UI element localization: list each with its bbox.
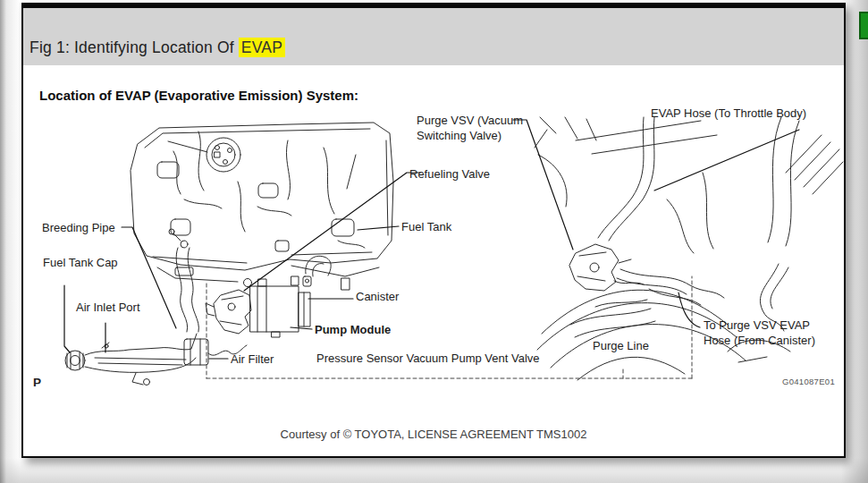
page: { "header": { "title_prefix": "Fig 1: Id… — [0, 0, 868, 483]
label-pressure-sensor: Pressure Sensor Vacuum Pump Vent Valve — [316, 352, 540, 367]
tank-mount-holes — [157, 162, 354, 251]
figure-title: Fig 1: Identifying Location Of EVAP — [29, 38, 285, 57]
label-air-filter: Air Filter — [231, 352, 274, 368]
document-frame: Fig 1: Identifying Location Of EVAP — [21, 3, 846, 458]
figure-title-band: Fig 1: Identifying Location Of EVAP — [23, 8, 844, 65]
tank-contour-lines — [157, 131, 379, 290]
figure-title-highlight: EVAP — [239, 38, 285, 57]
label-to-purge-vsv: To Purge VSV EVAP Hose (From Canister) — [704, 318, 838, 349]
pump-module-shape — [206, 290, 251, 334]
label-purge-line: Purge Line — [593, 339, 649, 354]
fuel-filler-assembly — [65, 334, 197, 386]
label-canister: Canister — [356, 290, 399, 305]
green-tab-button[interactable] — [859, 12, 868, 39]
fuel-tank-outline — [131, 123, 393, 270]
label-air-inlet-port: Air Inlet Port — [76, 301, 140, 316]
figure-title-text: Fig 1: Identifying Location Of — [29, 38, 239, 56]
label-evap-hose: EVAP Hose (To Throttle Body) — [651, 106, 806, 122]
label-fuel-tank: Fuel Tank — [401, 220, 451, 235]
label-purge-vsv: Purge VSV (Vacuum Switching Valve) — [417, 114, 527, 144]
leader-lines — [64, 120, 799, 359]
courtesy-line: Courtesy of © TOYOTA, LICENSE AGREEMENT … — [23, 428, 844, 441]
label-pump-module: Pump Module — [315, 323, 391, 338]
page-marker: P — [33, 376, 41, 389]
label-breeding-pipe: Breeding Pipe — [42, 221, 115, 236]
label-refueling-valve: Refueling Valve — [409, 167, 490, 182]
diagram-heading: Location of EVAP (Evaporative Emission) … — [39, 88, 358, 103]
figure-content: Location of EVAP (Evaporative Emission) … — [23, 65, 844, 456]
drawing-code: G041087E01 — [782, 377, 835, 386]
label-fuel-tank-cap: Fuel Tank Cap — [43, 256, 118, 271]
